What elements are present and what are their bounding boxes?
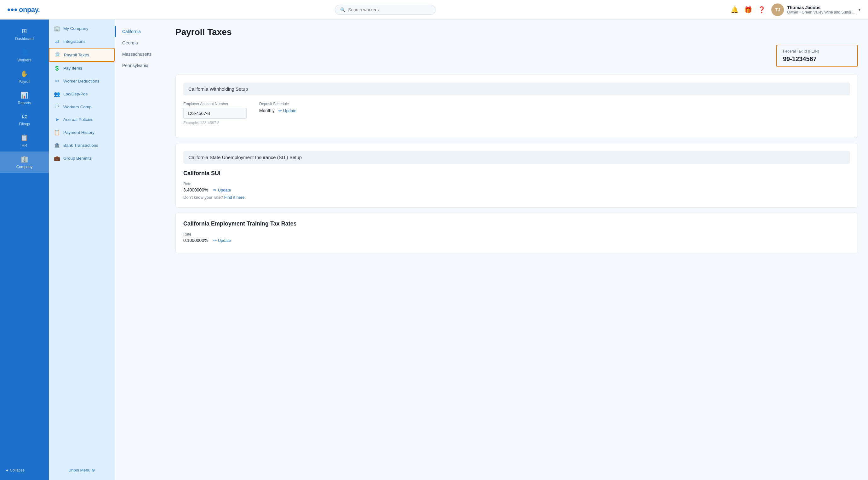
sidebar-item-label: Payroll xyxy=(19,79,30,84)
find-rate-hint: Don't know your rate? Find it here. xyxy=(183,195,850,200)
collapse-label: ◄ Collapse xyxy=(5,468,25,473)
deposit-schedule-group: Deposit Schedule Monthly ✏ Update xyxy=(259,102,297,113)
payroll-icon: ✋ xyxy=(21,70,28,78)
help-icon[interactable]: ❓ xyxy=(758,6,766,13)
reports-icon: 📊 xyxy=(21,91,28,99)
state-label: Massachusetts xyxy=(122,52,152,57)
state-label: California xyxy=(122,29,141,34)
fein-box: Federal Tax Id (FEIN) 99-1234567 xyxy=(776,45,858,67)
unpin-icon: ⊗ xyxy=(92,468,95,473)
header-right: 🔔 🎁 ❓ TJ Thomas Jacobs Owner • Green Val… xyxy=(731,3,861,16)
sec-nav-bank-transactions[interactable]: 🏦 Bank Transactions xyxy=(49,139,115,152)
employer-account-label: Employer Account Number xyxy=(183,102,247,106)
update-label: Update xyxy=(218,188,231,192)
sec-nav-group-benefits[interactable]: 💼 Group Benefits xyxy=(49,152,115,165)
notifications-icon[interactable]: 🔔 xyxy=(731,6,739,13)
logo-dot-1 xyxy=(7,8,10,11)
find-rate-link[interactable]: Find it here. xyxy=(224,195,246,200)
training-rate-label: Rate xyxy=(183,232,850,237)
state-label: Georgia xyxy=(122,40,138,46)
top-header: onpay. 🔍 🔔 🎁 ❓ TJ Thomas Jacobs Owner • … xyxy=(0,0,868,20)
training-update-button[interactable]: ✏ Update xyxy=(213,238,231,243)
primary-nav: ⊞ Dashboard 👤 Workers ✋ Payroll 📊 Report… xyxy=(0,20,49,480)
sidebar-item-company[interactable]: 🏢 Company xyxy=(0,151,49,173)
sec-nav-workers-comp[interactable]: 🛡 Workers Comp xyxy=(49,100,115,113)
sec-nav-integrations[interactable]: ⇄ Integrations xyxy=(49,35,115,48)
dashboard-icon: ⊞ xyxy=(22,27,27,35)
gift-icon[interactable]: 🎁 xyxy=(744,6,752,13)
page-title: Payroll Taxes xyxy=(176,27,858,37)
withholding-form-row: Employer Account Number Example: 123-456… xyxy=(183,102,850,125)
sec-nav-label: Bank Transactions xyxy=(63,143,98,148)
employer-account-group: Employer Account Number Example: 123-456… xyxy=(183,102,247,125)
user-name: Thomas Jacobs xyxy=(787,5,856,10)
search-input[interactable] xyxy=(348,7,430,12)
state-nav: California Georgia Massachusetts Pennsyl… xyxy=(115,20,165,480)
sec-nav-loc-dep-pos[interactable]: 👥 Loc/Dep/Pos xyxy=(49,88,115,100)
sidebar-item-filings[interactable]: 🗂 Filings xyxy=(0,109,49,130)
sidebar-item-dashboard[interactable]: ⊞ Dashboard xyxy=(0,23,49,45)
workers-icon: 👤 xyxy=(21,49,28,56)
sidebar-item-hr[interactable]: 📋 HR xyxy=(0,130,49,151)
update-label: Update xyxy=(283,108,297,113)
deposit-update-button[interactable]: ✏ Update xyxy=(278,108,297,113)
sec-nav-label: Workers Comp xyxy=(63,104,92,109)
employer-account-input[interactable] xyxy=(183,108,247,119)
employer-account-hint: Example: 123-4567-8 xyxy=(183,121,247,125)
filings-icon: 🗂 xyxy=(22,113,28,120)
sidebar-item-workers[interactable]: 👤 Workers xyxy=(0,45,49,66)
main-content: Payroll Taxes Federal Tax Id (FEIN) 99-1… xyxy=(165,20,868,480)
logo-dot-3 xyxy=(14,8,17,11)
sec-nav-accrual-policies[interactable]: ➤ Accrual Policies xyxy=(49,113,115,126)
sec-nav-label: Accrual Policies xyxy=(63,117,93,122)
update-icon: ✏ xyxy=(213,238,217,243)
logo-text: onpay. xyxy=(19,6,40,14)
training-tax-title: California Employment Training Tax Rates xyxy=(183,220,850,227)
sec-nav-label: Pay Items xyxy=(63,66,82,70)
workers-comp-icon: 🛡 xyxy=(54,104,60,110)
state-nav-pennsylvania[interactable]: Pennsylvania xyxy=(115,60,165,71)
loc-dep-pos-icon: 👥 xyxy=(54,91,60,97)
worker-deductions-icon: ✂ xyxy=(54,78,60,84)
payment-history-icon: 📋 xyxy=(54,129,60,136)
sidebar-item-reports[interactable]: 📊 Reports xyxy=(0,88,49,109)
hr-icon: 📋 xyxy=(21,134,28,142)
withholding-card: California Withholding Setup Employer Ac… xyxy=(176,74,858,138)
sec-nav-my-company[interactable]: 🏢 My Company xyxy=(49,22,115,35)
logo-dot-2 xyxy=(11,8,13,11)
sec-nav-label: My Company xyxy=(63,26,89,31)
sidebar-item-label: Filings xyxy=(19,122,30,126)
chevron-down-icon: ▾ xyxy=(859,7,861,12)
sui-update-button[interactable]: ✏ Update xyxy=(213,188,231,192)
sec-nav-pay-items[interactable]: 💲 Pay Items xyxy=(49,62,115,74)
sui-rate-label: Rate xyxy=(183,182,850,186)
sec-nav-payment-history[interactable]: 📋 Payment History xyxy=(49,126,115,139)
collapse-button[interactable]: ◄ Collapse xyxy=(0,464,49,476)
update-label: Update xyxy=(218,238,231,243)
deposit-schedule-label: Deposit Schedule xyxy=(259,102,297,106)
training-rate-row: 0.1000000% ✏ Update xyxy=(183,238,850,243)
sui-rate-value: 3.4000000% xyxy=(183,187,208,192)
sidebar-item-label: Workers xyxy=(17,58,31,62)
sidebar-item-payroll[interactable]: ✋ Payroll xyxy=(0,66,49,88)
state-nav-massachusetts[interactable]: Massachusetts xyxy=(115,49,165,60)
state-nav-california[interactable]: California xyxy=(115,26,165,37)
sidebar-item-label: Reports xyxy=(18,101,31,105)
my-company-icon: 🏢 xyxy=(54,26,60,31)
integrations-icon: ⇄ xyxy=(54,38,60,44)
user-subtitle: Owner • Green Valley Wine and Sundri... xyxy=(787,10,856,14)
sec-nav-payroll-taxes[interactable]: 🏛 Payroll Taxes xyxy=(49,48,115,62)
training-tax-card: California Employment Training Tax Rates… xyxy=(176,213,858,253)
update-icon: ✏ xyxy=(278,108,282,113)
state-nav-georgia[interactable]: Georgia xyxy=(115,37,165,49)
main-layout: ⊞ Dashboard 👤 Workers ✋ Payroll 📊 Report… xyxy=(0,20,868,480)
sec-nav-label: Integrations xyxy=(63,39,86,44)
unpin-menu-button[interactable]: Unpin Menu ⊗ xyxy=(68,468,95,473)
user-info: Thomas Jacobs Owner • Green Valley Wine … xyxy=(787,5,856,14)
search-icon: 🔍 xyxy=(340,7,345,12)
sec-nav-label: Payment History xyxy=(63,130,94,135)
user-menu[interactable]: TJ Thomas Jacobs Owner • Green Valley Wi… xyxy=(771,3,861,16)
sec-nav-worker-deductions[interactable]: ✂ Worker Deductions xyxy=(49,74,115,88)
training-rate-value: 0.1000000% xyxy=(183,238,208,243)
search-bar[interactable]: 🔍 xyxy=(335,5,436,15)
